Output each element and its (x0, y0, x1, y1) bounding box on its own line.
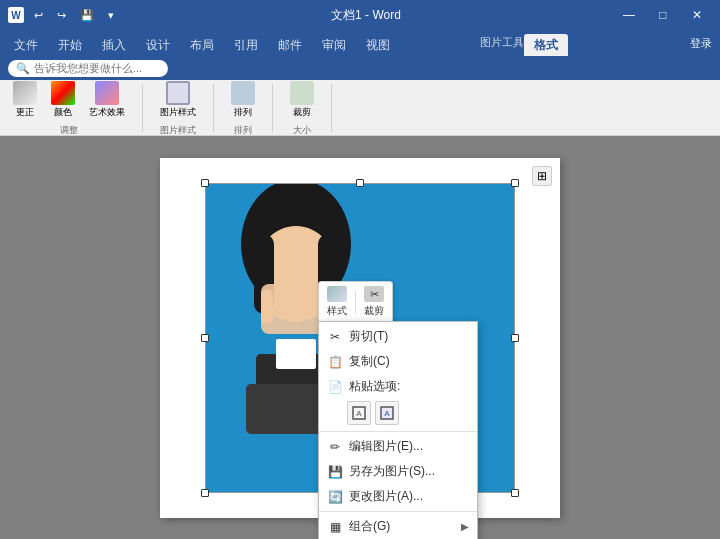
title-bar: W ↩ ↪ 💾 ▾ 文档1 - Word — □ ✕ (0, 0, 720, 30)
word-logo: W (8, 7, 24, 23)
svg-text:A: A (356, 409, 362, 418)
ribbon-btn-color[interactable]: 颜色 (46, 78, 80, 122)
ctx-cut[interactable]: ✂ 剪切(T) (319, 324, 477, 349)
search-bar: 🔍 (0, 56, 720, 80)
tab-design[interactable]: 设计 (136, 34, 180, 56)
handle-bottom-right[interactable] (511, 489, 519, 497)
layout-options-button[interactable]: ⊞ (532, 166, 552, 186)
ctx-change-picture[interactable]: 🔄 更改图片(A)... (319, 484, 477, 509)
window-controls: — □ ✕ (614, 5, 712, 25)
copy-icon: 📋 (327, 354, 343, 370)
ribbon-content: 更正 颜色 艺术效果 调整 图片样式 图片样式 排列 (0, 80, 720, 136)
handle-top-center[interactable] (356, 179, 364, 187)
ribbon-group-arrange: 排列 排列 (226, 84, 273, 132)
maximize-button[interactable]: □ (648, 5, 678, 25)
group-arrow: ▶ (461, 521, 469, 532)
save-picture-icon: 💾 (327, 464, 343, 480)
tab-file[interactable]: 文件 (4, 34, 48, 56)
mini-crop-label: 裁剪 (364, 304, 384, 318)
change-picture-icon: 🔄 (327, 489, 343, 505)
undo-button[interactable]: ↩ (30, 7, 47, 24)
ctx-edit-picture[interactable]: ✏ 编辑图片(E)... (319, 434, 477, 459)
mini-style-button[interactable]: 样式 (327, 286, 347, 318)
save-button[interactable]: 💾 (76, 7, 98, 24)
group-icon: ▦ (327, 519, 343, 535)
svg-rect-5 (261, 289, 273, 324)
image-tools-label: 图片工具 (480, 35, 524, 52)
handle-top-left[interactable] (201, 179, 209, 187)
search-icon: 🔍 (16, 62, 30, 75)
title-bar-left: W ↩ ↪ 💾 ▾ (8, 7, 118, 24)
login-label[interactable]: 登录 (690, 36, 712, 51)
handle-bottom-left[interactable] (201, 489, 209, 497)
mini-toolbar-divider (355, 290, 356, 314)
paste-icon: 📄 (327, 379, 343, 395)
minimize-button[interactable]: — (614, 5, 644, 25)
handle-top-right[interactable] (511, 179, 519, 187)
app-title: 文档1 - Word (331, 7, 401, 24)
ribbon-group-size: 裁剪 大小 (285, 84, 332, 132)
edit-picture-icon: ✏ (327, 439, 343, 455)
qat-more-button[interactable]: ▾ (104, 7, 118, 24)
tab-references[interactable]: 引用 (224, 34, 268, 56)
handle-middle-right[interactable] (511, 334, 519, 342)
sep-1 (319, 431, 477, 432)
svg-text:A: A (384, 409, 390, 418)
ctx-save-picture[interactable]: 💾 另存为图片(S)... (319, 459, 477, 484)
redo-button[interactable]: ↪ (53, 7, 70, 24)
mini-toolbar: 样式 ✂ 裁剪 (318, 281, 393, 323)
search-input[interactable] (34, 62, 164, 74)
ribbon-group-style: 图片样式 图片样式 (155, 84, 214, 132)
ribbon-group-adjust: 更正 颜色 艺术效果 调整 (8, 84, 143, 132)
sep-2 (319, 511, 477, 512)
tab-format[interactable]: 格式 (524, 34, 568, 56)
ribbon-btn-corrections[interactable]: 更正 (8, 78, 42, 122)
tab-review[interactable]: 审阅 (312, 34, 356, 56)
document-area: ⊞ 样式 ✂ 裁剪 ✂ 剪切(T) 📋 复制(C) 📄 粘贴选项: (0, 136, 720, 539)
ribbon-btn-arrange[interactable]: 排列 (226, 78, 260, 122)
tab-home[interactable]: 开始 (48, 34, 92, 56)
svg-rect-8 (276, 339, 316, 369)
tab-insert[interactable]: 插入 (92, 34, 136, 56)
tab-mailing[interactable]: 邮件 (268, 34, 312, 56)
ribbon-btn-crop[interactable]: 裁剪 (285, 78, 319, 122)
ribbon-btn-picture-styles[interactable]: 图片样式 (155, 78, 201, 122)
tab-layout[interactable]: 布局 (180, 34, 224, 56)
context-menu: ✂ 剪切(T) 📋 复制(C) 📄 粘贴选项: A A ✏ 编辑图片(E)... (318, 321, 478, 539)
handle-middle-left[interactable] (201, 334, 209, 342)
close-button[interactable]: ✕ (682, 5, 712, 25)
ribbon-btn-artistic[interactable]: 艺术效果 (84, 78, 130, 122)
mini-crop-button[interactable]: ✂ 裁剪 (364, 286, 384, 318)
tab-view[interactable]: 视图 (356, 34, 400, 56)
ribbon-tabs: 文件 开始 插入 设计 布局 引用 邮件 审阅 视图 图片工具 格式 登录 (0, 30, 720, 56)
ctx-group[interactable]: ▦ 组合(G) ▶ (319, 514, 477, 539)
paste-opt-1[interactable]: A (347, 401, 371, 425)
ctx-paste-label: 📄 粘贴选项: (319, 374, 477, 399)
ctx-copy[interactable]: 📋 复制(C) (319, 349, 477, 374)
search-input-wrap[interactable]: 🔍 (8, 60, 168, 77)
paste-opt-2[interactable]: A (375, 401, 399, 425)
paste-options-row: A A (319, 399, 477, 429)
cut-icon: ✂ (327, 329, 343, 345)
